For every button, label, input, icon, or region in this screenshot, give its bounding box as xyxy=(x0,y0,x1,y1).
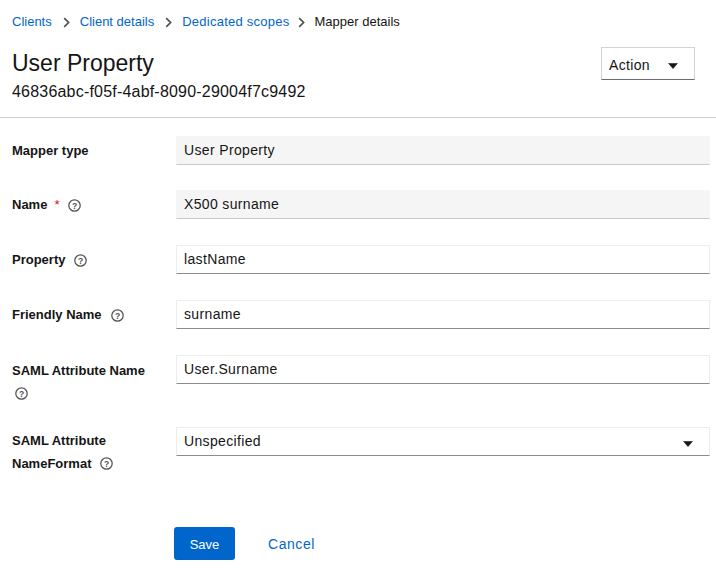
svg-text:?: ? xyxy=(104,459,109,469)
svg-text:?: ? xyxy=(19,389,24,399)
svg-text:?: ? xyxy=(114,310,119,320)
svg-text:?: ? xyxy=(72,200,77,210)
svg-text:?: ? xyxy=(78,255,83,265)
